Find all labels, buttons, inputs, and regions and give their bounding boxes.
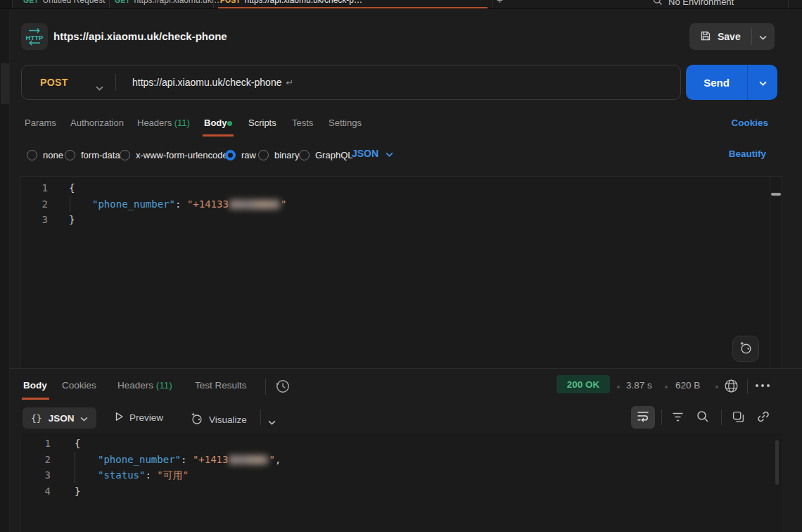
divider [721,410,722,425]
indent-guide [70,196,70,212]
sidebar-rail-handle [1,63,9,104]
url-input[interactable]: https://api.xiaomu.uk/check-phone↵ [132,77,293,88]
response-tab-test-results[interactable]: Test Results [195,380,247,391]
save-options-button[interactable] [752,23,775,50]
wrap-text-icon [637,410,649,425]
svg-text:HTTP: HTTP [26,34,44,42]
body-modified-dot [227,121,232,126]
chevron-down-icon [759,30,767,43]
search-icon [696,413,709,425]
beautify-link[interactable]: Beautify [729,148,766,159]
response-size[interactable]: 620 B [675,380,700,391]
visualize-button[interactable]: Visualize [190,412,247,427]
tab-divider [109,0,110,8]
line-number: 1 [20,436,51,452]
scrollbar-thumb[interactable] [775,440,779,485]
tab-divider [492,0,493,8]
radio-graphql[interactable]: GraphQL [299,148,352,161]
indent-guide [75,452,75,483]
preview-button[interactable]: Preview [115,412,163,424]
cookies-link[interactable]: Cookies [731,118,768,128]
response-body-viewer[interactable]: 1{ 2"phone_number": "+1413", 3"status": … [20,433,782,532]
preview-label: Preview [129,412,163,423]
tab-headers[interactable]: Headers (11) [137,118,190,128]
divider [747,379,748,394]
divider [265,379,266,395]
tab-authorization[interactable]: Authorization [70,118,124,128]
send-options-button[interactable] [748,65,777,100]
collapsed-sidebar-rail[interactable] [0,10,10,532]
radio-circle-selected [225,150,236,160]
divider [260,410,261,425]
send-button[interactable]: Send [686,65,747,100]
link-button[interactable] [757,410,770,426]
editor-scrollbar[interactable] [770,177,782,368]
filter-button[interactable] [672,412,684,424]
copy-icon [732,413,744,425]
code-line: "phone_number": "+14133" [48,196,286,213]
url-bar: POST https://api.xiaomu.uk/check-phone↵ [21,65,681,100]
search-button[interactable] [696,410,709,426]
link-icon [757,413,770,425]
body-format-dropdown[interactable]: JSON [352,148,393,159]
tab-method-badge: GET [23,0,39,5]
method-selector[interactable]: POST [40,77,68,88]
chevron-down-icon[interactable] [268,415,276,428]
environment-label: No Environment [668,0,734,7]
active-tab-underline [203,134,234,137]
response-tab-body[interactable]: Body [23,380,47,391]
send-button-group: Send [686,65,777,100]
format-label: JSON [49,413,75,424]
radio-binary[interactable]: binary [258,148,299,161]
url-value: https://api.xiaomu.uk/check-phone [132,77,281,88]
tab-label: https://api.xiaomu.uk/… [134,0,222,5]
request-tab-untitled[interactable]: GET Untitled Request [23,0,105,5]
request-body-editor[interactable]: 1{ 2"phone_number": "+14133" 3} [20,176,782,368]
response-time[interactable]: 3.87 s [626,380,652,391]
request-tab-2[interactable]: GET https://api.xiaomu.uk/… [115,0,222,5]
radio-circle [65,150,75,160]
filter-icon [672,412,684,424]
response-section-divider [10,368,802,369]
headers-count-badge: (11) [156,380,172,391]
postbot-button[interactable] [732,336,759,362]
response-tab-headers[interactable]: Headers (11) [117,380,172,391]
save-button[interactable]: Save [689,23,751,50]
response-format-dropdown[interactable]: {} JSON [23,407,96,429]
response-tab-cookies[interactable]: Cookies [62,380,96,391]
tab-settings[interactable]: Settings [329,118,362,128]
tab-label: https://api.xiaomu.uk/check-p… [245,0,362,5]
scrollbar-thumb[interactable] [771,193,781,196]
braces-icon: {} [31,413,42,424]
separator-dot [665,386,668,388]
workspace-tab-bar: GET Untitled Request GET https://api.xia… [0,0,802,9]
globe-network-icon[interactable] [723,378,739,397]
tab-body[interactable]: Body [204,118,227,128]
history-clock-icon[interactable] [274,378,291,398]
wrap-text-button[interactable] [631,406,655,429]
environment-selector[interactable]: No Environment [653,0,734,8]
radio-raw[interactable]: raw [225,148,256,161]
chevron-down-icon [80,412,88,424]
chevron-down-icon[interactable] [96,81,103,94]
enter-hint-icon: ↵ [286,77,293,88]
tab-tests[interactable]: Tests [292,118,313,128]
radio-none[interactable]: none [27,148,63,161]
line-number: 2 [20,452,51,468]
request-tab-active[interactable]: POST https://api.xiaomu.uk/check-p… [220,0,362,5]
separator-dot [617,386,620,388]
copy-button[interactable] [732,411,744,426]
redacted-phone-blur [229,455,268,464]
status-badge[interactable]: 200 OK [556,375,610,393]
tab-params[interactable]: Params [25,118,56,128]
line-number: 1 [20,180,48,196]
more-options-icon[interactable] [756,384,770,387]
radio-circle [258,150,269,160]
radio-urlencoded[interactable]: x-www-form-urlencoded [120,148,233,161]
active-tab-underline [218,7,488,9]
play-triangle-icon [115,412,124,424]
new-tab-button[interactable]: + [497,0,503,6]
tab-scripts[interactable]: Scripts [248,118,276,128]
radio-form-data[interactable]: form-data [65,148,120,161]
divider [661,410,662,425]
